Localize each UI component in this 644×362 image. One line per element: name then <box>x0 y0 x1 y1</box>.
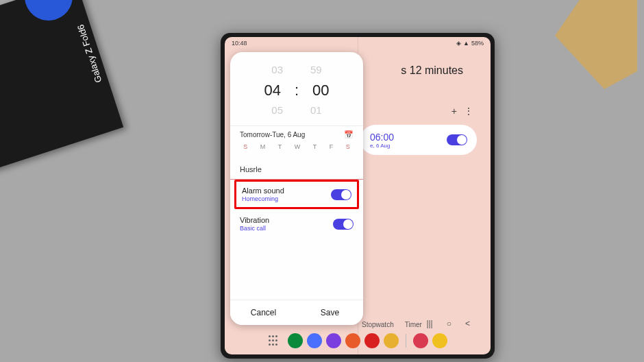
alarm-time: 06:00 <box>370 132 394 143</box>
battery-text: 58% <box>471 40 484 47</box>
alarm-card[interactable]: 06:00 e, 6 Aug <box>360 125 477 155</box>
clock-tabs: Stopwatch Timer <box>362 321 422 328</box>
alarm-sound-title: Alarm sound <box>242 186 284 195</box>
more-icon[interactable]: ⋮ <box>464 106 473 117</box>
dock-app-1[interactable] <box>288 333 303 348</box>
dock-app-6[interactable] <box>384 333 399 348</box>
signal-icon: ▲ <box>463 40 469 47</box>
wood-block <box>555 0 637 89</box>
date-label: Tomorrow-Tue, 6 Aug <box>240 131 305 138</box>
date-selector[interactable]: Tomorrow-Tue, 6 Aug 📅 <box>230 125 363 142</box>
box-logo <box>18 0 79 27</box>
dock-app-7[interactable] <box>413 333 428 348</box>
minute-value[interactable]: 00 <box>312 78 329 102</box>
screen: 10:48 ◈ ▲ 58% s 12 minutes + ⋮ 06:00 e, … <box>225 37 491 354</box>
day-picker[interactable]: SMTWTFS <box>230 142 363 156</box>
save-button[interactable]: Save <box>297 300 363 325</box>
box-label: Galaxy Z Fold6 <box>75 23 104 84</box>
wifi-icon: ◈ <box>456 40 461 47</box>
vibration-toggle[interactable] <box>333 219 354 230</box>
dock-app-5[interactable] <box>364 333 380 348</box>
alarm-name-input[interactable] <box>240 165 354 173</box>
time-picker[interactable]: 0359 04:00 0501 <box>230 52 363 125</box>
nav-bar: ||| ○ < <box>426 319 470 328</box>
dock <box>225 330 491 352</box>
product-box: Galaxy Z Fold6 <box>0 0 123 176</box>
tablet-device: 10:48 ◈ ▲ 58% s 12 minutes + ⋮ 06:00 e, … <box>221 33 495 359</box>
status-icons: ◈ ▲ 58% <box>456 40 484 47</box>
alarm-date: e, 6 Aug <box>370 143 394 149</box>
vibration-option[interactable]: Vibration Basic call <box>230 209 363 239</box>
alarm-sound-toggle[interactable] <box>331 189 351 200</box>
tab-timer[interactable]: Timer <box>405 321 422 328</box>
status-time: 10:48 <box>232 40 247 47</box>
alarm-name-row <box>230 156 363 180</box>
hour-value[interactable]: 04 <box>264 78 280 102</box>
app-drawer-icon[interactable] <box>269 335 280 346</box>
nav-recent-icon[interactable]: ||| <box>426 319 432 328</box>
dock-app-3[interactable] <box>326 333 341 348</box>
alarm-sound-value: Homecoming <box>242 195 284 202</box>
tab-stopwatch[interactable]: Stopwatch <box>362 321 394 328</box>
alarm-toggle[interactable] <box>447 134 467 145</box>
dock-app-8[interactable] <box>432 333 447 348</box>
dock-separator <box>406 334 406 348</box>
calendar-icon[interactable]: 📅 <box>344 130 354 139</box>
alarm-header-actions: + ⋮ <box>451 106 473 117</box>
vibration-value: Basic call <box>240 225 269 232</box>
add-icon[interactable]: + <box>451 106 457 117</box>
alarm-edit-dialog: 0359 04:00 0501 Tomorrow-Tue, 6 Aug 📅 SM… <box>230 52 363 325</box>
alarm-sound-option[interactable]: Alarm sound Homecoming <box>234 180 359 209</box>
dock-app-4[interactable] <box>345 333 360 348</box>
dialog-buttons: Cancel Save <box>230 300 363 325</box>
vibration-title: Vibration <box>240 216 269 224</box>
nav-home-icon[interactable]: ○ <box>447 319 451 328</box>
cancel-button[interactable]: Cancel <box>230 300 297 325</box>
dock-app-2[interactable] <box>307 333 322 348</box>
alarm-countdown: s 12 minutes <box>401 64 463 77</box>
nav-back-icon[interactable]: < <box>465 319 470 328</box>
